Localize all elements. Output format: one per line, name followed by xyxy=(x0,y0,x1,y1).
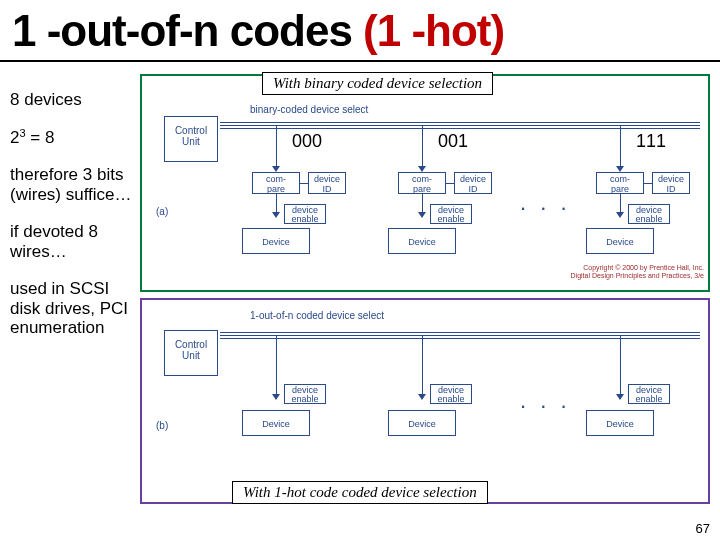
device-box: Device xyxy=(388,228,456,254)
device-id-box: deviceID xyxy=(454,172,492,194)
left-b4: used in SCSI disk drives, PCI enumeratio… xyxy=(10,279,135,338)
control-unit-b: ControlUnit xyxy=(164,330,218,376)
device-box: Device xyxy=(242,410,310,436)
device-enable-label: deviceenable xyxy=(430,204,472,224)
copyright-a: Copyright © 2000 by Prentice Hall, Inc.D… xyxy=(571,264,704,279)
sublabel-b: (b) xyxy=(156,420,168,431)
device-enable-label: deviceenable xyxy=(284,384,326,404)
panel-b: ControlUnit 1-out-of-n coded device sele… xyxy=(140,298,710,504)
dots-b: . . . xyxy=(520,388,571,414)
left-b3: if devoted 8 wires… xyxy=(10,222,135,261)
sublabel-a: (a) xyxy=(156,206,168,217)
caption-a: With binary coded device selection xyxy=(262,72,493,95)
bin-001: 001 xyxy=(438,131,468,152)
device-id-box: deviceID xyxy=(308,172,346,194)
compare-box: com-pare xyxy=(398,172,446,194)
device-enable-label: deviceenable xyxy=(628,204,670,224)
device-enable-label: deviceenable xyxy=(430,384,472,404)
device-enable-label: deviceenable xyxy=(284,204,326,224)
compare-box: com-pare xyxy=(252,172,300,194)
bin-000: 000 xyxy=(292,131,322,152)
panel-a: With binary coded device selection Contr… xyxy=(140,74,710,292)
left-b1: 23 = 8 xyxy=(10,128,135,148)
page-number: 67 xyxy=(696,521,710,536)
bus-label-b: 1-out-of-n coded device select xyxy=(250,310,384,321)
b1-sup: 3 xyxy=(19,127,25,139)
control-unit-a: ControlUnit xyxy=(164,116,218,162)
b1-post: = 8 xyxy=(26,128,55,147)
bin-111: 111 xyxy=(636,131,666,152)
left-b2: therefore 3 bits (wires) suffice… xyxy=(10,165,135,204)
device-box: Device xyxy=(242,228,310,254)
device-id-box: deviceID xyxy=(652,172,690,194)
device-enable-label: deviceenable xyxy=(628,384,670,404)
compare-box: com-pare xyxy=(596,172,644,194)
dots-a: . . . xyxy=(520,190,571,216)
bus-b xyxy=(220,332,700,341)
device-box: Device xyxy=(586,410,654,436)
device-box: Device xyxy=(388,410,456,436)
bus-label-a: binary-coded device select xyxy=(250,104,368,115)
left-column: 8 devices 23 = 8 therefore 3 bits (wires… xyxy=(10,90,135,356)
title-part1: 1 -out-of-n codes xyxy=(12,6,363,55)
diagram-area: With binary coded device selection Contr… xyxy=(140,74,710,504)
title-part2: (1 -hot) xyxy=(363,6,504,55)
caption-b: With 1-hot code coded device selection xyxy=(232,481,488,504)
device-box: Device xyxy=(586,228,654,254)
left-b0: 8 devices xyxy=(10,90,135,110)
bus-a xyxy=(220,122,700,131)
